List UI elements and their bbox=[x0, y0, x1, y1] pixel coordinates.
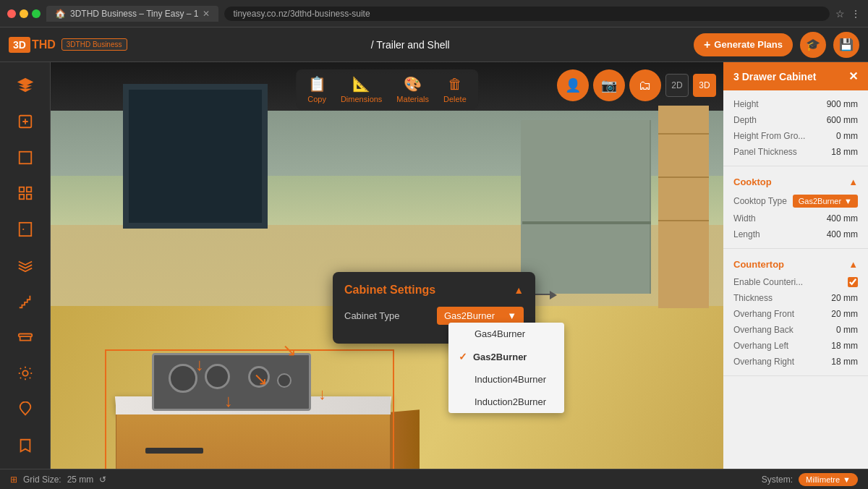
browser-tab[interactable]: 🏠 3DTHD Business – Tiny Easy – 1 ✕ bbox=[46, 6, 218, 22]
bookmark-icon[interactable]: ☆ bbox=[835, 8, 845, 20]
dimensions-label: Dimensions bbox=[341, 95, 382, 103]
header-actions: Generate Plans 🎓 💾 bbox=[694, 32, 859, 58]
cooktop-length-label: Length bbox=[733, 229, 760, 239]
view-icons-row: 👤 📷 🗂 2D 3D bbox=[557, 69, 716, 101]
sidebar-item-layers[interactable] bbox=[9, 69, 41, 101]
browser-icons: ☆ ⋮ bbox=[835, 8, 861, 20]
copy-icon: 📋 bbox=[308, 75, 326, 93]
header-title: / Trailer and Shell bbox=[127, 39, 694, 51]
overhang-back-row: Overhang Back 0 mm bbox=[733, 322, 858, 338]
cooktop-section-title[interactable]: Cooktop ▲ bbox=[733, 172, 858, 192]
height-value: 900 mm bbox=[827, 99, 858, 109]
reset-grid-icon[interactable]: ↺ bbox=[99, 475, 106, 485]
enable-countertop-checkbox[interactable] bbox=[848, 277, 858, 287]
svg-rect-3 bbox=[26, 187, 30, 192]
toolbar-copy[interactable]: 📋 Copy bbox=[307, 75, 326, 103]
settings-icon[interactable]: ⋮ bbox=[851, 8, 861, 20]
grid-size-label: Grid Size: bbox=[23, 475, 61, 485]
browser-bar: 🏠 3DTHD Business – Tiny Easy – 1 ✕ tinye… bbox=[0, 0, 868, 27]
popup-title: Cabinet Settings bbox=[344, 284, 435, 297]
app-header: 3D THD 3DTHD Business / Trailer and Shel… bbox=[0, 27, 868, 62]
svg-rect-1 bbox=[19, 151, 31, 163]
popup-header: Cabinet Settings ▲ bbox=[344, 284, 524, 297]
cooktop-collapse-icon: ▲ bbox=[848, 177, 858, 187]
bg-cabinet-shelf bbox=[522, 221, 651, 224]
tab-close-button[interactable]: ✕ bbox=[203, 9, 210, 19]
sidebar-item-door[interactable] bbox=[9, 213, 41, 245]
countertop-section: Countertop ▲ Enable Counteri... Thicknes… bbox=[723, 249, 868, 376]
countertop-thickness-label: Thickness bbox=[733, 293, 773, 303]
help-button[interactable]: 🎓 bbox=[800, 32, 826, 58]
dropdown-label-induction4burner: Induction4Burner bbox=[475, 374, 546, 385]
overhang-back-label: Overhang Back bbox=[733, 325, 793, 335]
sidebar-item-stacking[interactable] bbox=[9, 250, 41, 281]
toolbar-dimensions[interactable]: 📐 Dimensions bbox=[341, 75, 382, 103]
cooktop-width-row: Width 400 mm bbox=[733, 211, 858, 226]
panel-height-ground-row: Height From Gro... 0 mm bbox=[733, 128, 858, 144]
dropdown-option-gas2burner[interactable]: ✓ Gas2Burner bbox=[448, 345, 564, 368]
enable-countertop-label: Enable Counteri... bbox=[733, 277, 803, 287]
move-arrow-down2: ↓ bbox=[195, 354, 204, 375]
depth-value: 600 mm bbox=[827, 115, 858, 125]
system-dropdown-icon: ▼ bbox=[843, 475, 851, 484]
toolbar-materials[interactable]: 🎨 Materials bbox=[396, 75, 429, 103]
dropdown-option-induction2burner[interactable]: Induction2Burner bbox=[448, 391, 564, 413]
dimensions-icon: 📐 bbox=[352, 75, 370, 93]
logo-thd: THD bbox=[32, 38, 56, 51]
countertop-collapse-icon: ▲ bbox=[848, 259, 858, 270]
cabinet-right-side bbox=[391, 409, 420, 469]
sidebar-item-paint[interactable] bbox=[9, 394, 41, 425]
save-button[interactable]: 💾 bbox=[833, 32, 859, 58]
view-layers-icon[interactable]: 🗂 bbox=[629, 69, 661, 101]
sidebar-item-light[interactable] bbox=[9, 358, 41, 390]
drawer-handle-1 bbox=[145, 448, 203, 454]
panel-title: 3 Drawer Cabinet bbox=[733, 71, 816, 82]
view-2d-button[interactable]: 2D bbox=[665, 74, 689, 97]
viewport[interactable]: ↓ ↘ ↘ ↓ ↓ 📋 Copy 📐 Dimensions 🎨 Material… bbox=[51, 62, 723, 469]
system-dropdown[interactable]: Millimetre ▼ bbox=[799, 473, 858, 486]
dropdown-label-gas4burner: Gas4Burner bbox=[475, 328, 525, 339]
overhang-front-row: Overhang Front 20 mm bbox=[733, 306, 858, 322]
countertop-section-title[interactable]: Countertop ▲ bbox=[733, 255, 858, 274]
cooktop-type-dropdown[interactable]: Gas2Burner ▼ bbox=[793, 195, 858, 208]
panel-header: 3 Drawer Cabinet ✕ bbox=[723, 62, 868, 90]
left-sidebar bbox=[0, 62, 51, 469]
tab-label: 3DTHD Business – Tiny Easy – 1 bbox=[70, 9, 198, 19]
generate-plans-button[interactable]: Generate Plans bbox=[694, 33, 793, 56]
sidebar-item-stairs[interactable] bbox=[9, 286, 41, 318]
header-title-text: / Trailer and Shell bbox=[371, 39, 450, 51]
logo-3d: 3D bbox=[9, 37, 30, 53]
dropdown-option-gas4burner[interactable]: Gas4Burner bbox=[448, 323, 564, 345]
move-arrow-down: ↓ bbox=[224, 391, 233, 411]
sidebar-item-single[interactable] bbox=[9, 142, 41, 174]
height-ground-label: Height From Gro... bbox=[733, 131, 805, 141]
minimize-dot[interactable] bbox=[20, 9, 28, 18]
overhang-left-label: Overhang Left bbox=[733, 341, 788, 351]
move-arrow-down3: ↓ bbox=[318, 385, 326, 404]
view-person-icon[interactable]: 👤 bbox=[557, 69, 589, 101]
cooktop-width-value: 400 mm bbox=[827, 213, 858, 224]
sidebar-item-bookmark[interactable] bbox=[9, 430, 41, 462]
maximize-dot[interactable] bbox=[32, 9, 41, 18]
cooktop-title-label: Cooktop bbox=[733, 177, 772, 187]
url-bar[interactable]: tinyeasy.co.nz/3dthd-business-suite bbox=[224, 7, 830, 21]
sidebar-item-sofa[interactable] bbox=[9, 322, 41, 354]
panel-close-button[interactable]: ✕ bbox=[848, 69, 858, 83]
cooktop-width-label: Width bbox=[733, 213, 756, 224]
close-dot[interactable] bbox=[7, 9, 16, 18]
dropdown-label-gas2burner: Gas2Burner bbox=[473, 352, 527, 362]
popup-collapse-button[interactable]: ▲ bbox=[514, 284, 524, 296]
dropdown-chevron-icon: ▼ bbox=[507, 310, 516, 321]
toolbar-delete[interactable]: 🗑 Delete bbox=[443, 76, 467, 103]
svg-rect-6 bbox=[19, 223, 31, 236]
view-camera-icon[interactable]: 📷 bbox=[593, 69, 625, 101]
sidebar-item-shapes[interactable] bbox=[9, 106, 41, 137]
dropdown-option-induction4burner[interactable]: Induction4Burner bbox=[448, 368, 564, 391]
view-3d-button[interactable]: 3D bbox=[693, 74, 716, 97]
svg-rect-4 bbox=[19, 195, 23, 199]
materials-icon: 🎨 bbox=[404, 75, 422, 93]
overhang-right-row: Overhang Right 18 mm bbox=[733, 354, 858, 370]
svg-rect-2 bbox=[19, 187, 23, 192]
panel-thickness-label: Panel Thickness bbox=[733, 147, 797, 157]
sidebar-item-grid[interactable] bbox=[9, 177, 41, 209]
